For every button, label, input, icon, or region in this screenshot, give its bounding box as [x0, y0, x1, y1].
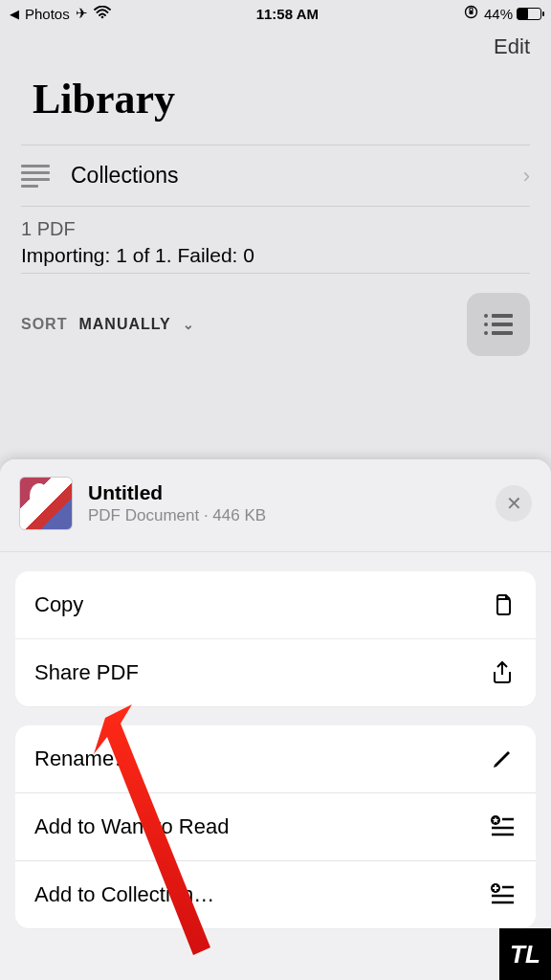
menu-group-primary: Copy Share PDF [15, 571, 536, 706]
add-want-to-read-button[interactable]: Add to Want to Read [15, 792, 536, 860]
library-status: 1 PDF Importing: 1 of 1. Failed: 0 [0, 207, 551, 273]
chevron-down-icon: ⌄ [183, 317, 195, 332]
svg-point-3 [484, 314, 488, 318]
copy-icon [488, 592, 517, 617]
airplane-icon: ✈︎ [76, 5, 88, 22]
add-to-collection-button[interactable]: Add to Collection… [15, 860, 536, 928]
share-icon [488, 660, 517, 685]
pencil-icon [488, 746, 517, 771]
menu-item-label: Copy [34, 592, 83, 617]
sort-button[interactable]: SORT MANUALLY ⌄ [21, 316, 195, 333]
edit-button[interactable]: Edit [494, 34, 530, 59]
orientation-lock-icon [464, 5, 478, 22]
status-bar-right: 44% [464, 5, 541, 22]
import-status: Importing: 1 of 1. Failed: 0 [21, 244, 530, 267]
battery-icon [517, 8, 541, 20]
library-header: Edit Library [0, 27, 551, 145]
svg-rect-2 [469, 11, 473, 14]
svg-rect-4 [492, 314, 513, 318]
battery-pct: 44% [484, 6, 513, 22]
menu-item-label: Share PDF [34, 660, 139, 685]
collections-icon [21, 165, 50, 188]
collections-row[interactable]: Collections › [0, 145, 551, 206]
collections-label: Collections [71, 163, 502, 189]
close-button[interactable]: ✕ [496, 485, 532, 522]
copy-button[interactable]: Copy [15, 571, 536, 638]
menu-group-secondary: Rename… Add to Want to Read Add to Colle… [15, 725, 536, 928]
sort-value: MANUALLY [78, 316, 170, 333]
page-title: Library [33, 75, 518, 123]
wifi-icon [94, 6, 111, 22]
share-sheet: Untitled PDF Document · 446 KB ✕ Copy Sh… [0, 459, 551, 980]
star-list-icon [488, 814, 517, 839]
plus-list-icon [488, 882, 517, 907]
status-bar-left[interactable]: ◀ Photos ✈︎ [10, 5, 111, 22]
document-subtitle: PDF Document · 446 KB [88, 506, 266, 525]
menu-item-label: Rename… [34, 746, 135, 771]
svg-point-5 [484, 323, 488, 326]
pdf-count: 1 PDF [21, 218, 530, 240]
document-title: Untitled [88, 481, 266, 504]
watermark-logo: TL [499, 928, 551, 980]
status-bar: ◀ Photos ✈︎ 11:58 AM 44% [0, 0, 551, 27]
view-toggle-button[interactable] [467, 293, 530, 356]
svg-rect-8 [492, 331, 513, 335]
svg-rect-9 [497, 599, 510, 614]
rename-button[interactable]: Rename… [15, 725, 536, 792]
share-pdf-button[interactable]: Share PDF [15, 638, 536, 706]
back-app-label: Photos [25, 6, 70, 22]
list-view-icon [482, 311, 515, 338]
menu-item-label: Add to Collection… [34, 882, 214, 907]
status-bar-time: 11:58 AM [256, 6, 319, 22]
svg-point-7 [484, 331, 488, 335]
back-caret-icon: ◀ [10, 7, 19, 21]
sort-bar: SORT MANUALLY ⌄ [0, 274, 551, 381]
chevron-right-icon: › [523, 164, 530, 189]
share-sheet-header: Untitled PDF Document · 446 KB ✕ [0, 459, 551, 552]
sort-label: SORT [21, 316, 67, 333]
svg-point-0 [100, 15, 103, 18]
document-thumbnail [19, 477, 73, 530]
svg-rect-6 [492, 323, 513, 326]
menu-item-label: Add to Want to Read [34, 814, 229, 839]
close-icon: ✕ [506, 492, 522, 515]
